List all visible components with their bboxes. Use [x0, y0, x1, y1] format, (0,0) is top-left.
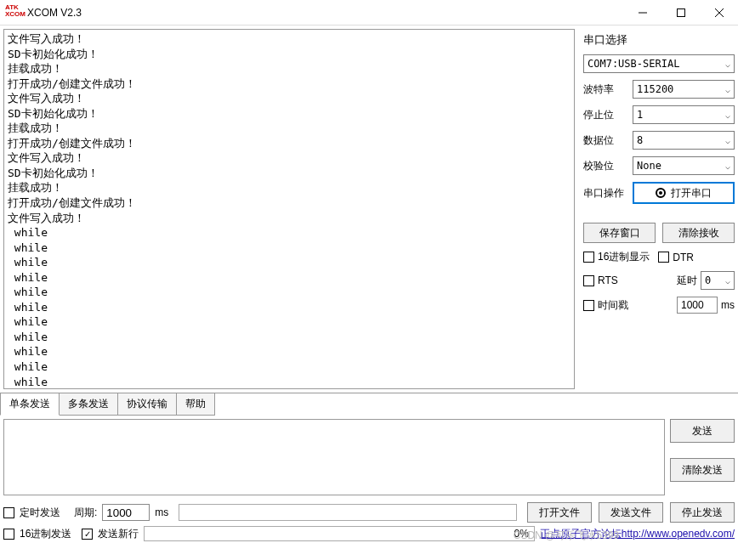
delay-select[interactable]: 0⌵: [701, 271, 735, 290]
stop-select[interactable]: 1⌵: [633, 105, 735, 124]
newline-checkbox[interactable]: [82, 529, 93, 540]
chevron-down-icon: ⌵: [725, 136, 730, 145]
rts-checkbox[interactable]: [583, 275, 594, 286]
clear-send-button[interactable]: 清除发送: [670, 458, 735, 482]
baud-label: 波特率: [583, 82, 626, 97]
port-status-icon: [656, 188, 666, 198]
chevron-down-icon: ⌵: [725, 85, 730, 94]
data-select[interactable]: 8⌵: [633, 131, 735, 150]
tab-single-send[interactable]: 单条发送: [0, 393, 60, 416]
maximize-button[interactable]: [661, 0, 700, 25]
data-label: 数据位: [583, 133, 626, 148]
watermark-text: CSDN @可乐飞冰5399: [514, 529, 619, 543]
open-file-button[interactable]: 打开文件: [527, 502, 592, 523]
timestamp-checkbox[interactable]: [583, 300, 594, 311]
op-label: 串口操作: [583, 186, 626, 201]
open-port-button[interactable]: 打开串口: [633, 182, 735, 204]
chevron-down-icon: ⌵: [725, 110, 730, 120]
stop-send-button[interactable]: 停止发送: [670, 502, 735, 523]
clear-recv-button[interactable]: 清除接收: [662, 223, 735, 243]
parity-select[interactable]: None⌵: [633, 156, 735, 175]
port-select[interactable]: COM7:USB-SERIAL⌵: [583, 54, 735, 73]
parity-label: 校验位: [583, 159, 626, 173]
dtr-checkbox[interactable]: [658, 252, 669, 263]
window-title: XCOM V2.3: [27, 7, 82, 19]
svg-rect-1: [677, 8, 684, 16]
close-button[interactable]: [700, 0, 738, 25]
baud-select[interactable]: 115200⌵: [633, 80, 735, 99]
period-input[interactable]: [102, 504, 150, 521]
chevron-down-icon: ⌵: [725, 161, 730, 171]
tab-protocol[interactable]: 协议传输: [117, 393, 177, 416]
minimize-button[interactable]: [623, 0, 661, 25]
timestamp-input[interactable]: [677, 297, 718, 314]
port-select-label: 串口选择: [583, 32, 735, 48]
hex-display-checkbox[interactable]: [583, 252, 594, 263]
send-textarea[interactable]: [3, 419, 665, 495]
chevron-down-icon: ⌵: [725, 59, 730, 69]
progress-bar: 0%: [144, 526, 534, 541]
stop-label: 停止位: [583, 108, 626, 122]
file-path-field[interactable]: [179, 504, 517, 521]
serial-output[interactable]: 文件写入成功！ SD卡初始化成功！ 挂载成功！ 打开成功/创建文件成功！ 文件写…: [4, 30, 574, 388]
tab-help[interactable]: 帮助: [176, 393, 215, 416]
send-button[interactable]: 发送: [670, 419, 735, 443]
save-window-button[interactable]: 保存窗口: [583, 223, 656, 243]
timed-send-checkbox[interactable]: [3, 507, 14, 518]
hex-send-checkbox[interactable]: [3, 529, 14, 540]
send-file-button[interactable]: 发送文件: [599, 502, 663, 523]
tab-multi-send[interactable]: 多条发送: [59, 393, 118, 416]
app-logo: ATKXCOM: [5, 4, 22, 21]
